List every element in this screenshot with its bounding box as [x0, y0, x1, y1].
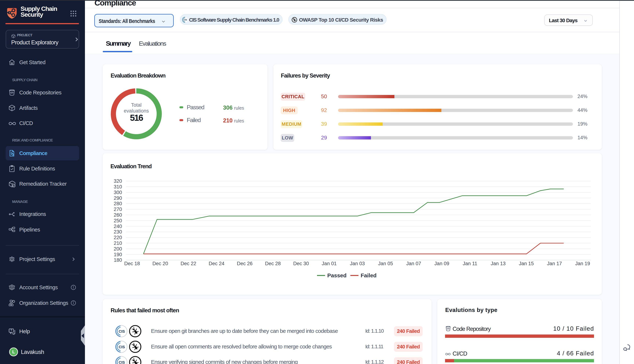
- svg-text:Jan 17: Jan 17: [547, 261, 562, 266]
- svg-text:CIS: CIS: [184, 19, 187, 21]
- svg-text:Jan 13: Jan 13: [491, 261, 506, 266]
- svg-text:Jan 15: Jan 15: [519, 261, 534, 266]
- svg-text:CIS: CIS: [119, 360, 125, 364]
- svg-text:Dec 18: Dec 18: [124, 261, 140, 266]
- svg-text:290: 290: [114, 196, 122, 201]
- svg-text:190: 190: [114, 252, 122, 257]
- svg-text:Dec 24: Dec 24: [209, 261, 224, 266]
- svg-text:?: ?: [11, 329, 12, 332]
- svg-text:Jan 05: Jan 05: [378, 261, 393, 266]
- svg-text:Jan 03: Jan 03: [350, 261, 365, 266]
- svg-text:Dec 22: Dec 22: [180, 261, 196, 266]
- svg-text:Dec 30: Dec 30: [293, 261, 309, 266]
- svg-text:300: 300: [114, 190, 122, 195]
- svg-text:260: 260: [114, 212, 122, 218]
- svg-text:270: 270: [114, 206, 122, 212]
- svg-text:Dec 20: Dec 20: [152, 261, 168, 266]
- svg-text:200: 200: [114, 246, 122, 252]
- svg-text:180: 180: [114, 257, 122, 263]
- svg-text:CIS: CIS: [119, 345, 125, 349]
- svg-text:Dec 28: Dec 28: [265, 261, 281, 266]
- svg-text:280: 280: [114, 201, 122, 206]
- svg-text:230: 230: [114, 229, 122, 234]
- svg-text:240: 240: [114, 224, 122, 229]
- svg-text:220: 220: [114, 235, 122, 240]
- svg-text:310: 310: [114, 184, 122, 190]
- svg-text:Jan 11: Jan 11: [463, 261, 477, 266]
- svg-text:320: 320: [114, 178, 122, 184]
- svg-text:CIS: CIS: [119, 329, 125, 334]
- svg-text:250: 250: [114, 218, 122, 224]
- svg-text:210: 210: [114, 240, 122, 246]
- svg-text:Dec 26: Dec 26: [237, 261, 253, 266]
- svg-text:Jan 07: Jan 07: [406, 261, 421, 266]
- svg-text:Passed: Passed: [327, 272, 347, 278]
- svg-text:Failed: Failed: [361, 272, 377, 278]
- svg-text:Jan 01: Jan 01: [322, 261, 337, 266]
- svg-text:Jan 09: Jan 09: [434, 261, 449, 266]
- svg-text:Jan 19: Jan 19: [575, 261, 590, 266]
